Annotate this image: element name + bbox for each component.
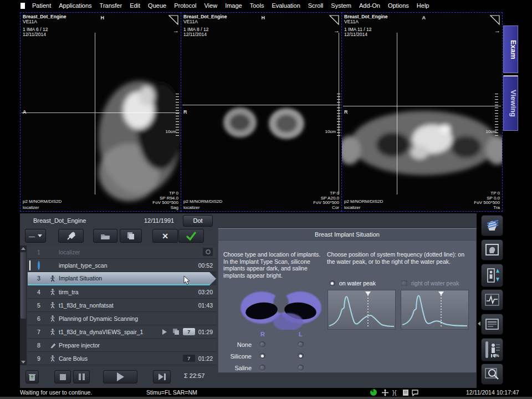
queue-scrollbar[interactable] <box>20 245 27 365</box>
list-item[interactable]: 4 tirm_tra 03:20 <box>28 285 216 299</box>
tab-viewing[interactable]: Viewing <box>503 75 518 131</box>
param-text: p2 M/NORM/DIS2D <box>183 199 222 204</box>
list-item[interactable]: 7 t1_fl3d_tra_dynaVIEWS_spair_1 7 01:29 <box>28 325 216 339</box>
injector-tool-button[interactable] <box>58 229 84 243</box>
stack-icon <box>172 328 180 335</box>
viewport-sagittal[interactable]: 10cm Breast_Dot_Engine VE11A 1 IMA 6 / 1… <box>20 12 181 212</box>
cancel-step-button[interactable]: ✕ <box>152 229 178 243</box>
radio-saline-right[interactable] <box>259 365 265 371</box>
stop-button[interactable] <box>54 370 71 383</box>
orientation-left: R <box>344 109 348 115</box>
radio-silicone-right[interactable] <box>259 353 265 359</box>
scroll-arrow-icon[interactable]: → <box>173 27 179 34</box>
image-display-button[interactable] <box>481 239 503 260</box>
scale-label: 10cm <box>165 129 176 134</box>
menu-system[interactable]: System <box>327 2 355 9</box>
radio-none-right[interactable] <box>259 341 265 347</box>
step-name: implant_type_scan <box>59 262 198 269</box>
menu-queue[interactable]: Queue <box>144 2 170 9</box>
person-step-icon <box>50 301 59 309</box>
menu-edit[interactable]: Edit <box>126 2 144 9</box>
reference-line-horizontal <box>22 112 180 113</box>
viewport-area: 10cm Breast_Dot_Engine VE11A 1 IMA 6 / 1… <box>20 12 503 212</box>
step-number: 4 <box>28 289 50 295</box>
menu-help[interactable]: Help <box>413 2 433 9</box>
menu-tools[interactable]: Tools <box>246 2 268 9</box>
menu-image[interactable]: Image <box>221 2 246 9</box>
radio-saline-left[interactable] <box>298 365 304 371</box>
discard-button[interactable] <box>25 370 39 383</box>
segment-corner-icon[interactable] <box>329 14 340 25</box>
step-duration: 01:29 <box>198 329 216 335</box>
folder-icon <box>100 232 110 240</box>
step-name: t1_fl3d_tra_nonfatsat <box>59 302 198 309</box>
on-water-peak-option[interactable]: on water peak <box>329 280 376 287</box>
protocol-sheet-button[interactable] <box>481 314 503 335</box>
scroll-up-icon[interactable] <box>21 247 25 250</box>
menu-options[interactable]: Options <box>384 2 413 9</box>
image-date: 12/11/2014 <box>23 32 66 37</box>
minus-icon: — <box>29 233 35 239</box>
pause-button[interactable] <box>73 370 90 383</box>
segment-corner-icon[interactable] <box>168 14 179 25</box>
scroll-arrow-icon[interactable]: → <box>334 27 340 34</box>
step-number: 3 <box>28 275 50 282</box>
list-item[interactable]: 8 Prepare injector <box>28 339 216 352</box>
radio-none-left[interactable] <box>298 341 304 347</box>
radio-silicone-left[interactable] <box>298 353 304 359</box>
start-button[interactable] <box>103 370 137 383</box>
dialog-instruction-left: Choose type and location of implants. In… <box>223 251 323 279</box>
list-item[interactable]: 1 localizer <box>28 245 216 259</box>
sar-monitor-button[interactable]: 6% <box>481 338 503 361</box>
image-review-button[interactable] <box>481 364 503 385</box>
viewport-transversal[interactable]: 10cm Breast_Dot_Engine VE11A 1 IMA 11 / … <box>341 12 503 212</box>
menu-transfer[interactable]: Transfer <box>96 2 126 9</box>
stop-icon <box>60 374 66 380</box>
viewport-coronal[interactable]: 10cm Breast_Dot_Engine VE11A 1 IMA 8 / 1… <box>181 12 342 212</box>
panel-collapse-arrow[interactable] <box>478 321 480 326</box>
radio-right-of-water-peak[interactable] <box>401 280 407 287</box>
confirm-step-button[interactable] <box>178 229 204 243</box>
list-item[interactable]: 6 Planning of Dynamic Scanning <box>28 312 216 325</box>
skip-button[interactable] <box>153 370 171 383</box>
open-folder-button[interactable] <box>93 229 117 243</box>
list-item[interactable]: implant_type_scan 00:52 <box>28 259 216 272</box>
current-step-indicator <box>29 260 30 270</box>
list-item[interactable]: 5 t1_fl3d_tra_nonfatsat 01:43 <box>28 299 216 312</box>
physio-signal-button[interactable] <box>481 289 503 310</box>
head-slices-icon <box>485 218 499 233</box>
copy-button[interactable] <box>120 229 142 243</box>
mri-image-coronal <box>181 13 341 211</box>
menu-view[interactable]: View <box>200 2 221 9</box>
menu-evaluation[interactable]: Evaluation <box>268 2 304 9</box>
strip-control-button[interactable]: — <box>25 229 46 243</box>
dot-button[interactable]: Dot <box>183 215 213 227</box>
magnifier-icon <box>485 367 499 381</box>
sar-value: 6% <box>493 353 499 358</box>
person-step-icon <box>50 275 59 282</box>
list-item[interactable]: 9 Care Bolus 7 01:22 <box>28 352 216 365</box>
menu-patient[interactable]: Patient <box>28 2 55 9</box>
menu-applications[interactable]: Applications <box>55 2 95 9</box>
segment-corner-icon[interactable] <box>489 14 500 25</box>
menu-protocol[interactable]: Protocol <box>170 2 200 9</box>
patient-registration-button[interactable] <box>481 264 503 287</box>
play-step-icon[interactable] <box>162 329 167 335</box>
slice-position-button[interactable] <box>481 215 503 236</box>
play-icon <box>117 372 124 381</box>
scrollbar-thumb[interactable] <box>21 252 26 319</box>
scroll-arrow-icon[interactable]: → <box>494 27 500 34</box>
acquisition-status-icon <box>203 248 213 256</box>
menu-scroll[interactable]: Scroll <box>304 2 328 9</box>
reference-line-vertical <box>397 33 397 195</box>
tab-exam[interactable]: Exam <box>503 25 518 73</box>
breast-implant-illustration <box>239 287 323 330</box>
menu-addon[interactable]: Add-On <box>355 2 384 9</box>
scroll-down-icon[interactable] <box>21 361 25 364</box>
orientation-left: A <box>23 109 27 115</box>
param-text: p2 M/NORM/DIS2D <box>344 199 383 204</box>
step-duration: 00:52 <box>198 262 216 269</box>
software-version: VE11A <box>23 19 66 24</box>
right-of-water-peak-option[interactable]: right of water peak <box>401 280 459 287</box>
radio-on-water-peak[interactable] <box>329 280 335 287</box>
